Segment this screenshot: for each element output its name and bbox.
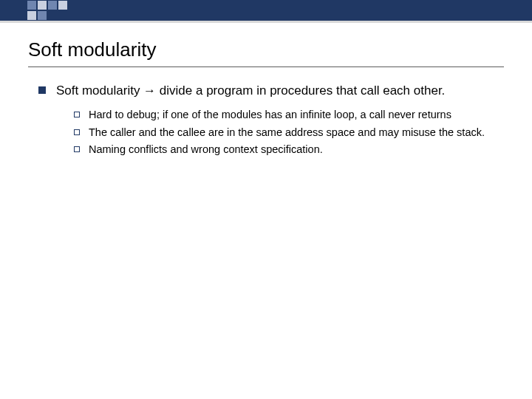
sub-bullet-text: The caller and the callee are in the sam…: [89, 126, 485, 140]
hollow-square-bullet-icon: [74, 146, 80, 152]
accent-square: [27, 1, 36, 10]
hollow-square-bullet-icon: [74, 112, 80, 117]
slide-title: Soft modularity: [28, 38, 156, 61]
accent-square: [27, 11, 36, 20]
bullet-text: Soft modularity → divide a program in pr…: [56, 83, 445, 99]
square-bullet-icon: [38, 86, 46, 94]
main-prefix: Soft modularity: [56, 83, 143, 98]
sub-bullet-text: Hard to debug; if one of the modules has…: [89, 108, 451, 123]
slide-body: Soft modularity → divide a program in pr…: [38, 83, 507, 160]
hollow-square-bullet-icon: [74, 129, 80, 135]
title-rule: [28, 66, 504, 67]
accent-squares: [27, 0, 69, 21]
top-bar-underline: [0, 21, 532, 23]
accent-square: [38, 11, 47, 20]
main-suffix: divide a program in procedures that call…: [156, 83, 445, 98]
accent-square: [48, 1, 57, 10]
bullet-level1: Soft modularity → divide a program in pr…: [38, 83, 507, 99]
sub-bullet-group: Hard to debug; if one of the modules has…: [74, 108, 507, 157]
slide: Soft modularity Soft modularity → divide…: [0, 0, 532, 399]
bullet-level2: Hard to debug; if one of the modules has…: [74, 108, 507, 123]
top-bar-strip: [0, 0, 532, 21]
arrow-icon: →: [143, 83, 156, 98]
sub-bullet-text: Naming conflicts and wrong context speci…: [89, 143, 323, 157]
accent-square: [38, 1, 47, 10]
top-bar: [0, 0, 532, 25]
bullet-level2: The caller and the callee are in the sam…: [74, 126, 507, 140]
accent-square: [58, 1, 67, 10]
bullet-level2: Naming conflicts and wrong context speci…: [74, 143, 507, 157]
